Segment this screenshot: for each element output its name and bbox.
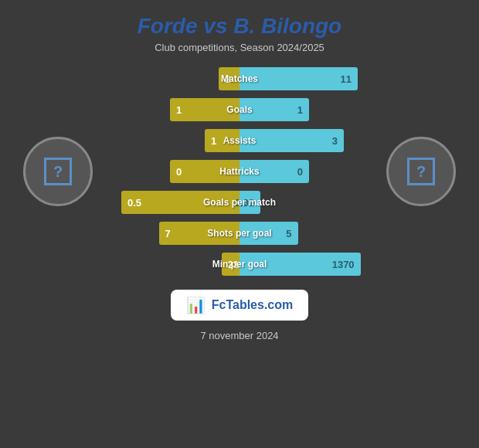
right-value: 0 <box>297 166 303 178</box>
left-bar-container: 2 <box>100 66 240 92</box>
stat-row: 00Hattricks <box>100 158 379 185</box>
right-value: 11 <box>341 73 352 85</box>
stat-row: 75Shots per goal <box>100 220 379 246</box>
stat-row: 11Goals <box>100 97 379 123</box>
stat-label: Shots per goal <box>207 228 271 239</box>
logo-area: 📊 FcTables.com <box>171 290 309 321</box>
stat-label: Hattricks <box>219 166 259 177</box>
right-value: 1370 <box>332 259 355 270</box>
left-value: 7 <box>165 228 171 239</box>
header: Forde vs B. Bilongo Club competitions, S… <box>130 0 349 58</box>
right-bar-container: 1 <box>240 97 379 123</box>
left-value: 0.5 <box>127 197 141 209</box>
right-value: 5 <box>286 228 291 239</box>
player-left-avatar: ? <box>23 137 93 206</box>
right-bar-container: 0 <box>240 158 379 185</box>
left-value: 1 <box>211 135 216 147</box>
right-bar-container: 11 <box>240 66 379 92</box>
logo-icon: 📊 <box>186 296 206 314</box>
stat-row: 0.50.09Goals per match <box>100 189 379 216</box>
stat-row: 13Assists <box>100 127 379 154</box>
player-right-icon: ? <box>407 158 435 185</box>
comparison-area: ? 211Matches11Goals13Assists00Hattricks0… <box>0 66 479 277</box>
right-bar-container: 3 <box>240 127 379 154</box>
stat-row: 2101370Min per goal <box>100 251 379 277</box>
footer-date: 7 november 2024 <box>200 330 278 341</box>
stat-label: Matches <box>221 73 258 84</box>
left-bar-container: 1 <box>100 127 240 154</box>
stat-label: Goals <box>226 104 252 115</box>
stat-row: 211Matches <box>100 66 379 92</box>
stat-label: Min per goal <box>212 259 267 270</box>
player-left-icon: ? <box>44 158 72 185</box>
left-bar-container: 0 <box>100 158 240 185</box>
left-value: 0 <box>176 166 182 178</box>
stat-label: Assists <box>223 135 256 146</box>
stat-label: Goals per match <box>203 197 276 208</box>
match-subtitle: Club competitions, Season 2024/2025 <box>138 42 341 53</box>
left-value: 1 <box>176 104 182 116</box>
left-bar-container: 1 <box>100 97 240 123</box>
player-right-avatar: ? <box>386 137 456 206</box>
match-title: Forde vs B. Bilongo <box>138 14 341 39</box>
logo-text: FcTables.com <box>212 298 294 312</box>
right-value: 3 <box>332 135 338 147</box>
right-value: 1 <box>297 104 303 116</box>
stats-table: 211Matches11Goals13Assists00Hattricks0.5… <box>100 66 379 277</box>
